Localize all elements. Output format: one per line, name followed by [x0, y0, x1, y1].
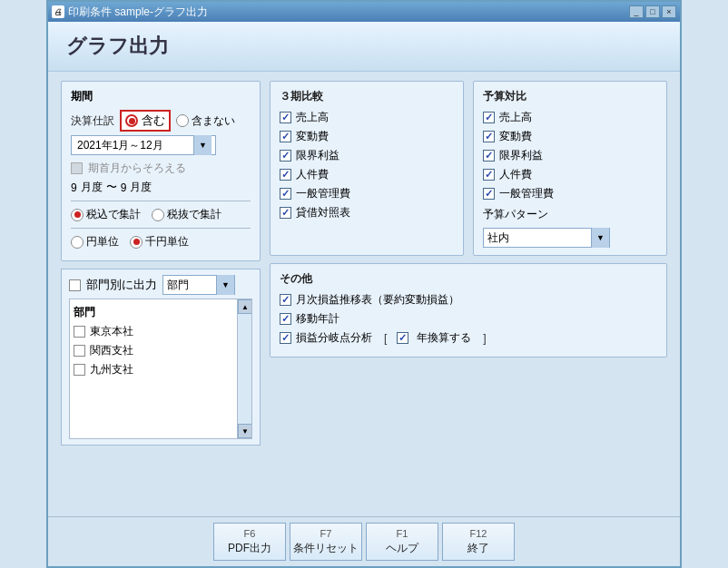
fukumu-radio[interactable]	[125, 114, 138, 127]
yosan-cb-3[interactable]: ✓	[483, 169, 495, 181]
close-button[interactable]: ×	[662, 5, 676, 18]
tokyo-checkbox[interactable]	[74, 326, 85, 338]
sanki-cb-4[interactable]: ✓	[280, 188, 291, 200]
list-item: 関西支社	[74, 341, 248, 360]
senen-label: 千円単位	[145, 234, 189, 250]
fukumanai-radio[interactable]	[176, 114, 189, 127]
dept-dropdown-arrow[interactable]: ▼	[216, 275, 234, 295]
yosan-pattern-label: 予算パターン	[483, 207, 657, 222]
dept-label: 部門別に出力	[86, 277, 157, 293]
dept-list[interactable]: 部門 東京本社 関西支社 九州支社	[69, 299, 252, 439]
content-area: 期間 決算仕訳 含む 含まない	[48, 72, 680, 455]
reset-button[interactable]: F7 条件リセット	[290, 523, 362, 561]
right-top: ３期比較 ✓ 売上高 ✓ 変動費 ✓ 限界利益 ✓ 人	[270, 81, 667, 256]
sanki-label-2: 限界利益	[296, 148, 339, 163]
sonota-panel: その他 ✓ 月次損益推移表（要約変動損益） ✓ 移動年計 ✓ 損益分岐点分析 […	[270, 263, 667, 357]
dept-dropdown[interactable]: 部門 ▼	[162, 275, 235, 295]
sanki-cb-0[interactable]: ✓	[280, 112, 291, 123]
nendo-tilde: 〜	[106, 180, 117, 195]
title-bar-text: 印刷条件 sample-グラフ出力	[68, 5, 625, 20]
fukumanai-option[interactable]: 含まない	[176, 113, 235, 129]
zeikomi-option[interactable]: 税込で集計	[71, 207, 141, 222]
sonota-cb-0[interactable]: ✓	[280, 294, 291, 306]
sonota-title: その他	[280, 271, 657, 287]
yosan-pattern-value: 社内	[484, 230, 591, 246]
scroll-up-button[interactable]: ▲	[238, 299, 252, 314]
yosan-cb-2[interactable]: ✓	[483, 150, 495, 162]
exit-button[interactable]: F12 終了	[442, 523, 515, 561]
sanki-item-3: ✓ 人件費	[280, 167, 454, 182]
en-label: 円単位	[86, 234, 119, 250]
yosan-title: 予算対比	[483, 89, 657, 104]
separator2	[71, 228, 251, 229]
dept-list-inner: 部門 東京本社 関西支社 九州支社	[70, 299, 251, 383]
kishu-row: 期首月からそろえる	[71, 161, 251, 176]
sanki-item-1: ✓ 変動費	[280, 129, 454, 144]
fukumu-option[interactable]: 含む	[120, 110, 171, 132]
help-key: F1	[397, 528, 408, 539]
dept-dropdown-value: 部門	[163, 278, 216, 293]
sanki-item-4: ✓ 一般管理費	[280, 186, 454, 201]
yosan-pattern-section: 予算パターン 社内 ▼	[483, 207, 657, 248]
en-radio[interactable]	[71, 236, 84, 249]
sanki-cb-2[interactable]: ✓	[280, 150, 291, 162]
reset-key: F7	[320, 528, 332, 539]
main-window: 🖨 印刷条件 sample-グラフ出力 _ □ × グラフ出力 期間 決算仕訳	[46, 0, 682, 568]
kansai-checkbox[interactable]	[74, 345, 85, 357]
en-option[interactable]: 円単位	[71, 234, 119, 250]
zeibiki-radio[interactable]	[152, 209, 164, 221]
yosan-cb-1[interactable]: ✓	[483, 131, 495, 142]
footer: F6 PDF出力 F7 条件リセット F1 ヘルプ F12 終了	[48, 516, 680, 566]
help-button[interactable]: F1 ヘルプ	[366, 523, 438, 561]
dept-list-header: 部門	[74, 303, 248, 322]
maximize-button[interactable]: □	[645, 5, 660, 18]
zeikomi-radio[interactable]	[71, 209, 84, 221]
minimize-button[interactable]: _	[629, 5, 644, 18]
year-dropdown[interactable]: 2021年1月～12月 ▼	[71, 135, 216, 155]
exit-key: F12	[470, 528, 487, 539]
dept-checkbox[interactable]	[69, 279, 81, 291]
kishu-checkbox[interactable]	[71, 162, 83, 174]
pdf-button[interactable]: F6 PDF出力	[213, 523, 286, 561]
nendo-unit-from: 月度	[81, 180, 103, 195]
yosan-item-0: ✓ 売上高	[483, 110, 657, 125]
yosan-pattern-dropdown[interactable]: 社内 ▼	[483, 228, 610, 248]
sonota-cb-2[interactable]: ✓	[280, 332, 291, 344]
sonota-label-1: 移動年計	[296, 311, 339, 327]
kikan-label: 期間	[71, 89, 251, 104]
bracket-close: ]	[483, 332, 486, 345]
yosan-label-2: 限界利益	[499, 148, 543, 163]
sonota-label-0: 月次損益推移表（要約変動損益）	[296, 292, 459, 308]
bracket-open: [	[384, 332, 387, 345]
nenkansanzan-checkbox[interactable]: ✓	[397, 332, 408, 344]
fukumu-radio-inner	[129, 118, 135, 124]
sanki-label-4: 一般管理費	[296, 186, 350, 201]
year-dropdown-arrow[interactable]: ▼	[193, 135, 212, 155]
yosan-pattern-arrow[interactable]: ▼	[591, 228, 609, 248]
yosan-label-0: 売上高	[499, 110, 532, 125]
help-label: ヘルプ	[386, 541, 418, 556]
dept-header: 部門別に出力 部門 ▼	[69, 275, 252, 295]
kyushu-checkbox[interactable]	[74, 364, 85, 376]
yosan-cb-0[interactable]: ✓	[483, 112, 495, 123]
zeibiki-option[interactable]: 税抜で集計	[152, 207, 221, 222]
sanki-label-1: 変動費	[296, 129, 329, 144]
kyushu-label: 九州支社	[90, 362, 133, 377]
yosan-cb-4[interactable]: ✓	[483, 188, 495, 200]
sanki-cb-3[interactable]: ✓	[280, 169, 291, 181]
dept-scrollbar[interactable]: ▲ ▼	[237, 299, 251, 438]
title-bar-buttons: _ □ ×	[629, 5, 676, 18]
sanki-cb-1[interactable]: ✓	[280, 131, 291, 142]
senen-option[interactable]: 千円単位	[130, 234, 189, 250]
yosan-item-1: ✓ 変動費	[483, 129, 657, 144]
tanka-row: 円単位 千円単位	[71, 234, 251, 250]
list-item: 東京本社	[74, 322, 248, 341]
sanki-title: ３期比較	[280, 89, 454, 104]
zeibiki-label: 税抜で集計	[167, 207, 221, 222]
sonota-cb-1[interactable]: ✓	[280, 313, 291, 325]
sanki-cb-5[interactable]: ✓	[280, 207, 291, 219]
scroll-down-button[interactable]: ▼	[238, 424, 252, 438]
window-icon: 🖨	[52, 5, 64, 18]
senen-radio[interactable]	[130, 236, 143, 249]
kessankeshiki-label: 決算仕訳	[71, 113, 114, 129]
